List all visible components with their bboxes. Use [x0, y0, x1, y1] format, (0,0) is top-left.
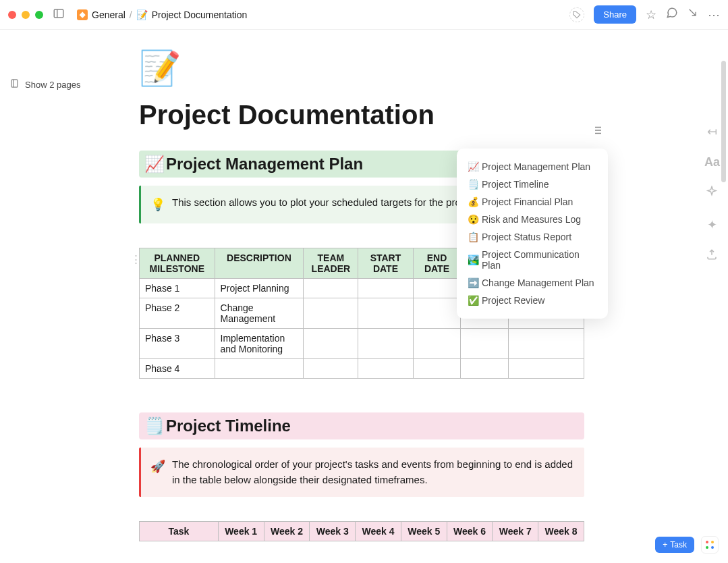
outline-item[interactable]: 😯Risk and Measures Log: [466, 211, 598, 228]
table-header[interactable]: Week 3: [310, 522, 356, 541]
table-cell[interactable]: [358, 298, 413, 329]
timeline-table[interactable]: TaskWeek 1Week 2Week 3Week 4Week 5Week 6…: [139, 521, 584, 541]
table-cell[interactable]: Phase 3: [140, 329, 215, 359]
table-cell[interactable]: Phase 2: [140, 298, 215, 329]
outline-item-label: Project Management Plan: [482, 161, 590, 172]
more-icon[interactable]: ⋯: [708, 7, 720, 22]
outline-item[interactable]: ✅Project Review: [466, 292, 598, 309]
table-row[interactable]: Phase 3Implementation and Monitoring: [140, 329, 584, 359]
outline-item[interactable]: 🗒️Project Timeline: [466, 176, 598, 193]
outline-item-emoji: 📈: [468, 161, 479, 172]
table-header[interactable]: Week 8: [538, 522, 584, 541]
outline-item-label: Risk and Measures Log: [482, 214, 581, 225]
table-header[interactable]: PLANNED MILESTONE: [140, 248, 215, 279]
table-header[interactable]: Week 4: [356, 522, 401, 541]
breadcrumb-page[interactable]: Project Documentation: [152, 9, 248, 20]
table-header[interactable]: Week 1: [218, 522, 264, 541]
right-rail: ↤ Aa ✦: [704, 124, 720, 264]
table-cell[interactable]: [413, 359, 461, 379]
outline-item[interactable]: 📋Project Status Report: [466, 228, 598, 246]
section-header-timeline[interactable]: 🗒️ Project Timeline: [139, 412, 584, 439]
sparkle-icon[interactable]: ✦: [707, 217, 717, 232]
export-icon[interactable]: [706, 248, 718, 264]
table-header[interactable]: TEAM LEADER: [304, 248, 358, 279]
outline-item-emoji: ➡️: [468, 277, 479, 288]
page-icon[interactable]: 📝: [139, 49, 584, 88]
section-title-text: Project Management Plan: [166, 155, 363, 173]
callout-text: The chronological order of your project'…: [172, 457, 575, 487]
outline-item-emoji: ✅: [468, 295, 479, 306]
callout-timeline[interactable]: 🚀 The chronological order of your projec…: [139, 448, 584, 497]
outline-item[interactable]: 🏞️Project Communication Plan: [466, 246, 598, 274]
table-cell[interactable]: [304, 329, 358, 359]
table-header[interactable]: END DATE: [413, 248, 461, 279]
table-cell[interactable]: [304, 298, 358, 329]
table-cell[interactable]: [413, 279, 461, 298]
table-header[interactable]: Week 2: [264, 522, 310, 541]
section-title-text: Project Timeline: [166, 417, 291, 435]
left-rail: Show 2 pages: [0, 30, 135, 563]
table-cell[interactable]: [215, 359, 304, 379]
top-bar: ◆ General / 📝 Project Documentation Shar…: [0, 0, 728, 30]
apps-button[interactable]: [701, 536, 719, 554]
task-button[interactable]: + Task: [655, 537, 694, 553]
scrollbar[interactable]: [721, 61, 726, 182]
sidebar-toggle-icon[interactable]: [53, 7, 65, 22]
table-header[interactable]: DESCRIPTION: [215, 248, 304, 279]
ai-icon[interactable]: [706, 186, 718, 201]
outline-popup: 📈Project Management Plan🗒️Project Timeli…: [457, 149, 608, 319]
svg-point-11: [711, 541, 714, 543]
table-header[interactable]: START DATE: [358, 248, 413, 279]
drag-handle-icon[interactable]: ⋮⋮: [135, 253, 141, 265]
outline-item[interactable]: 💰Project Financial Plan: [466, 193, 598, 211]
comments-icon[interactable]: [666, 7, 678, 22]
outline-item[interactable]: 📈Project Management Plan: [466, 158, 598, 176]
table-cell[interactable]: [413, 329, 461, 359]
svg-rect-2: [11, 80, 18, 87]
rocket-icon: 🚀: [150, 458, 165, 487]
outline-item-label: Project Review: [482, 295, 544, 306]
outline-item-label: Project Financial Plan: [482, 196, 573, 207]
close-window-button[interactable]: [8, 11, 16, 19]
share-button[interactable]: Share: [594, 5, 636, 24]
table-header[interactable]: Week 5: [401, 522, 447, 541]
table-cell[interactable]: [461, 329, 509, 359]
table-cell[interactable]: [358, 329, 413, 359]
outline-item-label: Project Status Report: [482, 232, 571, 242]
table-cell[interactable]: [358, 359, 413, 379]
table-cell[interactable]: [509, 359, 584, 379]
workspace-icon[interactable]: ◆: [77, 9, 88, 20]
fullscreen-window-button[interactable]: [35, 11, 43, 19]
table-cell[interactable]: [358, 279, 413, 298]
document-content: 📝 Project Documentation 📈 Project Manage…: [135, 30, 728, 563]
table-cell[interactable]: Phase 1: [140, 279, 215, 298]
table-header[interactable]: Week 7: [493, 522, 538, 541]
table-cell[interactable]: Project Planning: [215, 279, 304, 298]
font-style-icon[interactable]: Aa: [704, 155, 720, 169]
bulb-icon: 💡: [150, 196, 165, 214]
show-pages-toggle[interactable]: Show 2 pages: [9, 78, 127, 90]
minimize-window-button[interactable]: [22, 11, 30, 19]
table-cell[interactable]: [461, 359, 509, 379]
table-cell[interactable]: [509, 329, 584, 359]
table-cell[interactable]: Phase 4: [140, 359, 215, 379]
table-cell[interactable]: [304, 279, 358, 298]
outline-toggle-icon[interactable]: [591, 124, 603, 140]
breadcrumb-root[interactable]: General: [92, 9, 125, 20]
table-cell[interactable]: [413, 298, 461, 329]
table-header[interactable]: Task: [140, 522, 219, 541]
page-title[interactable]: Project Documentation: [139, 100, 584, 130]
width-toggle-icon[interactable]: ↤: [707, 124, 717, 139]
tag-button[interactable]: [569, 7, 584, 22]
favorite-icon[interactable]: ☆: [646, 7, 656, 22]
table-row[interactable]: Phase 4: [140, 359, 584, 379]
table-cell[interactable]: Implementation and Monitoring: [215, 329, 304, 359]
download-icon[interactable]: [688, 7, 698, 22]
svg-rect-0: [54, 9, 63, 18]
table-cell[interactable]: [304, 359, 358, 379]
outline-item-emoji: 😯: [468, 214, 479, 225]
table-cell[interactable]: Change Management: [215, 298, 304, 329]
table-header[interactable]: Week 6: [447, 522, 493, 541]
window-controls: [8, 11, 43, 19]
outline-item[interactable]: ➡️Change Management Plan: [466, 274, 598, 292]
